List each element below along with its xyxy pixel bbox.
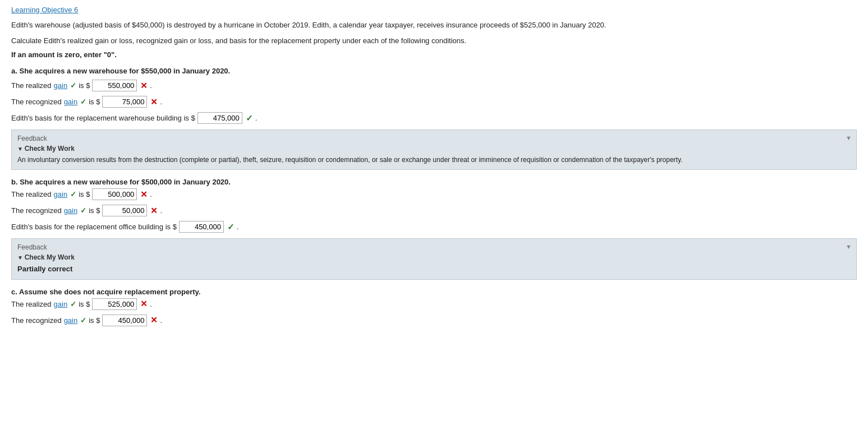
recognized-x-c: ✕ [150,315,158,325]
feedback-content-b: Partially correct [17,264,851,275]
feedback-header-a: Feedback [17,135,851,142]
realized-x-c: ✕ [140,299,148,309]
section-b-basis-row: Edith's basis for the replacement office… [11,221,857,233]
section-b-realized-row: The realized gain ✓ is $ ✕ . [11,188,857,200]
realized-x-a: ✕ [140,81,148,91]
recognized-period-b: . [160,206,162,215]
section-c-realized-row: The realized gain ✓ is $ ✕ . [11,298,857,310]
realized-is-a: is $ [79,81,90,90]
section-c-recognized-row: The recognized gain ✓ is $ ✕ . [11,315,857,326]
realized-checkmark-c: ✓ [70,300,76,308]
realized-gain-link-b[interactable]: gain [54,190,68,198]
recognized-input-b[interactable] [102,205,147,216]
feedback-header-b: Feedback [17,243,851,251]
recognized-gain-link-b[interactable]: gain [64,206,78,215]
recognized-is-c: is $ [89,316,100,325]
learning-obj-link[interactable]: Learning Objective 6 [11,6,78,14]
realized-input-a[interactable] [92,80,137,91]
basis-checkmark-a: ✓ [246,113,253,123]
realized-period-b: . [150,190,152,198]
feedback-content-a: An involuntary conversion results from t… [17,155,851,165]
basis-prefix-b: Edith's basis for the replacement office… [11,223,177,231]
feedback-box-a: Feedback ▼ Check My Work An involuntary … [11,130,857,170]
basis-period-a: . [255,114,258,122]
recognized-x-a: ✕ [150,97,158,107]
feedback-dropdown-arrow-b[interactable]: ▼ [846,243,852,250]
recognized-period-c: . [160,316,162,325]
check-my-work-a: Check My Work [17,145,851,153]
recognized-prefix-c: The recognized [11,316,62,325]
recognized-period-a: . [160,98,162,106]
recognized-is-a: is $ [89,98,100,106]
recognized-prefix-a: The recognized [11,98,62,106]
recognized-prefix-b: The recognized [11,206,62,215]
basis-input-a[interactable] [198,112,242,124]
recognized-input-a[interactable] [102,96,147,108]
feedback-box-b: Feedback ▼ Check My Work Partially corre… [11,238,857,280]
section-c-label: c. Assume she does not acquire replaceme… [11,288,857,296]
basis-prefix-a: Edith's basis for the replacement wareho… [11,114,195,122]
feedback-dropdown-arrow-a[interactable]: ▼ [846,135,852,141]
realized-is-c: is $ [79,300,90,308]
realized-period-a: . [150,81,152,90]
realized-prefix-c: The realized [11,300,52,308]
recognized-is-b: is $ [89,206,100,215]
section-a-basis-row: Edith's basis for the replacement wareho… [11,112,857,124]
section-c-letter: c. [11,288,17,296]
basis-input-b[interactable] [179,221,224,233]
realized-prefix-a: The realized [11,81,52,90]
section-a-letter: a. [11,67,17,75]
section-a-description: She acquires a new warehouse for $550,00… [19,67,230,75]
section-a-label: a. She acquires a new warehouse for $550… [11,67,857,75]
realized-checkmark-b: ✓ [70,190,76,198]
recognized-checkmark-b: ✓ [80,206,86,215]
realized-input-b[interactable] [92,188,137,200]
realized-period-c: . [150,300,152,308]
section-b-description: She acquires a new warehouse for $500,00… [20,178,231,186]
basis-period-b: . [237,223,239,231]
section-b-label: b. She acquires a new warehouse for $500… [11,178,857,186]
recognized-gain-link-a[interactable]: gain [64,98,78,106]
realized-input-c[interactable] [92,298,137,310]
realized-prefix-b: The realized [11,190,52,198]
section-a-realized-row: The realized gain ✓ is $ ✕ . [11,80,857,91]
check-my-work-b: Check My Work [17,253,851,261]
realized-checkmark-a: ✓ [70,81,76,90]
basis-checkmark-b: ✓ [227,222,235,232]
section-c-description: Assume she does not acquire replacement … [19,288,200,296]
calc-text: Calculate Edith's realized gain or loss,… [11,35,857,47]
recognized-x-b: ✕ [150,206,158,216]
realized-is-b: is $ [79,190,90,198]
realized-gain-link-a[interactable]: gain [54,81,68,90]
recognized-checkmark-a: ✓ [80,98,86,106]
section-a-recognized-row: The recognized gain ✓ is $ ✕ . [11,96,857,108]
recognized-checkmark-c: ✓ [80,316,86,325]
zero-note: If an amount is zero, enter "0". [11,50,857,59]
intro-text: Edith's warehouse (adjusted basis of $45… [11,20,857,31]
realized-gain-link-c[interactable]: gain [54,300,68,308]
section-b-recognized-row: The recognized gain ✓ is $ ✕ . [11,205,857,216]
section-b-letter: b. [11,178,18,186]
realized-x-b: ✕ [140,190,148,200]
recognized-input-c[interactable] [102,315,147,326]
recognized-gain-link-c[interactable]: gain [64,316,78,325]
